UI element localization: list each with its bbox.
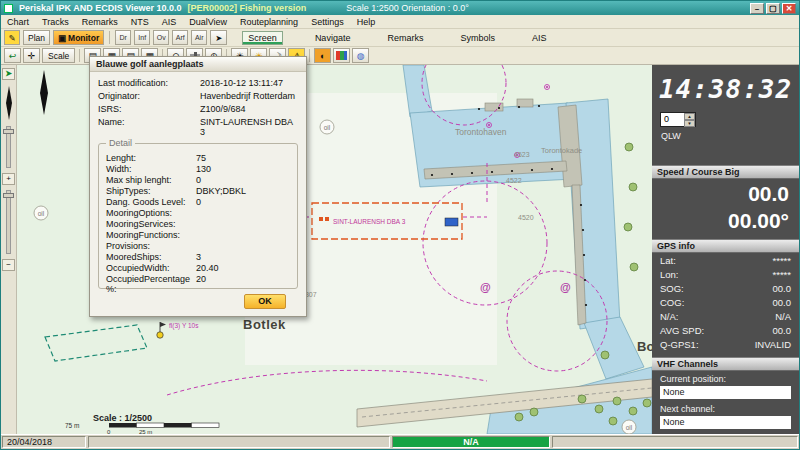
tab-navigate[interactable]: Navigate	[310, 32, 356, 44]
quay-label: Torontokade	[541, 146, 582, 155]
close-icon[interactable]: ✕	[782, 3, 796, 14]
mode-button-dr[interactable]: Dr	[115, 30, 131, 45]
menu-routeplanning[interactable]: Routeplanning	[240, 17, 298, 27]
detail-field: ShipTypes:DBKY;DBKL	[104, 185, 292, 196]
menu-dualview[interactable]: DualView	[189, 17, 227, 27]
svg-text:4523: 4523	[514, 151, 530, 158]
scale-button[interactable]: Scale	[42, 48, 75, 63]
north-arrow-icon[interactable]: ➤	[2, 68, 15, 80]
pan-icon[interactable]: ✛	[23, 48, 40, 63]
area-label-2: Bo	[637, 339, 652, 354]
berth-label: SINT-LAURENSH DBA 3	[333, 218, 406, 225]
undo-arrow-icon[interactable]: ↩	[4, 48, 21, 63]
plan-button[interactable]: Plan	[23, 30, 50, 45]
mode-button-arf[interactable]: Arf	[172, 30, 188, 45]
dialog-title[interactable]: Blauwe golf aanlegplaats	[90, 57, 306, 72]
vhf-next-field[interactable]: None	[660, 416, 791, 429]
left-tool-strip: ➤ + −	[1, 65, 17, 434]
detail-field: Provisions:	[104, 240, 292, 251]
dialog-field: Originator:Havenbedrijf Rotterdam	[90, 89, 306, 102]
menu-chart[interactable]: Chart	[7, 17, 29, 27]
pan-slider-handle[interactable]	[3, 129, 14, 134]
light-characteristic-label: fl(3) Y 10s	[169, 322, 199, 330]
gps-row: Lon:*****	[652, 267, 799, 281]
vhf-current-field[interactable]: None	[660, 386, 791, 399]
menu-tracks[interactable]: Tracks	[42, 17, 69, 27]
status-spacer	[88, 436, 390, 448]
water-level-spinner[interactable]: 0 ▲ ▼	[660, 112, 696, 127]
detail-field: MooringServices:	[104, 218, 292, 229]
tab-symbols[interactable]: Symbols	[455, 32, 500, 44]
zoom-slider-vertical[interactable]	[6, 190, 11, 254]
status-bar: 20/04/2018 N/A	[1, 434, 799, 449]
gps-row: N/A:N/A	[652, 309, 799, 323]
menu-settings[interactable]: Settings	[311, 17, 344, 27]
pointer-icon[interactable]: ➤	[210, 30, 227, 45]
area-label: Botlek	[243, 317, 286, 332]
zoom-in-strip-icon[interactable]: +	[2, 173, 15, 185]
ok-button[interactable]: OK	[244, 294, 286, 309]
detail-group-legend: Detail	[106, 138, 135, 148]
tab-screen[interactable]: Screen	[242, 31, 283, 45]
gps-row: COG:00.0	[652, 295, 799, 309]
detail-field: MooringOptions:	[104, 207, 292, 218]
toolbar-main: ✎ Plan ▣Monitor Dr Inf Ov Arf Air ➤ Scre…	[1, 29, 799, 47]
globe-icon[interactable]: ◍	[352, 48, 369, 63]
dialog-field: ISRS:Z100/9/684	[90, 102, 306, 115]
scale-text: Scale : 1/2500	[93, 413, 152, 423]
gps-row: Lat:*****	[652, 253, 799, 267]
ship-icon	[445, 218, 458, 226]
tab-ais[interactable]: AIS	[527, 32, 552, 44]
gps-row: SOG:00.0	[652, 281, 799, 295]
detail-field: OccupiedWidth:20.40	[104, 262, 292, 273]
document-name: [PER00002] Fishing version	[188, 3, 307, 13]
spinner-up-icon[interactable]: ▲	[684, 113, 695, 120]
detail-group: Detail Lenght:75 Width:130 Max ship leng…	[98, 143, 298, 289]
window-title: Periskal IPK AND ECDIS Viewer 10.0.0	[19, 3, 182, 13]
spinner-value: 0	[661, 113, 684, 126]
title-bar[interactable]: Periskal IPK AND ECDIS Viewer 10.0.0 [PE…	[1, 1, 799, 15]
minimize-icon[interactable]: –	[750, 3, 764, 14]
zoom-out-strip-icon[interactable]: −	[2, 259, 15, 271]
detail-field: MooringFunctions:	[104, 229, 292, 240]
scale-orientation-info: Scale 1:2500 Orientation : 0.0°	[346, 3, 469, 13]
mode-button-ov[interactable]: Ov	[153, 30, 169, 45]
harbor-label: Torontohaven	[455, 127, 507, 137]
monitor-button[interactable]: ▣Monitor	[53, 30, 104, 45]
zoom-slider-handle[interactable]	[3, 193, 14, 198]
qlw-label: QLW	[652, 127, 799, 141]
menu-help[interactable]: Help	[357, 17, 376, 27]
monitor-icon: ▣	[58, 33, 66, 43]
svg-text:4520: 4520	[518, 214, 534, 221]
dialog-field: Name:SINT-LAURENSH DBA 3	[90, 115, 306, 138]
detail-field: Lenght:75	[104, 152, 292, 163]
detail-field: Max ship lenght:0	[104, 174, 292, 185]
spinner-down-icon[interactable]: ▼	[684, 120, 695, 127]
detail-field: Width:130	[104, 163, 292, 174]
tab-remarks[interactable]: Remarks	[382, 32, 428, 44]
compass-needle-icon	[4, 85, 14, 121]
gps-info-header: GPS info	[652, 239, 799, 253]
rgb-palette-icon[interactable]	[333, 48, 350, 63]
info-panel: 14:38:32 0 ▲ ▼ QLW Speed / Course Big 00…	[652, 65, 799, 434]
mooring-at-icon: @	[480, 281, 491, 293]
menu-ais[interactable]: AIS	[162, 17, 177, 27]
menu-nts[interactable]: NTS	[131, 17, 149, 27]
course-value: 00.00°	[652, 206, 799, 233]
toolbar-separator	[309, 49, 310, 62]
speed-course-header: Speed / Course Big	[652, 165, 799, 179]
svg-text:oil: oil	[324, 124, 331, 131]
detail-field: Dang. Goods Level:0	[104, 196, 292, 207]
day-night-toggle-icon[interactable]: ◐	[314, 48, 331, 63]
svg-text:25 m: 25 m	[139, 429, 152, 434]
status-spacer	[552, 436, 798, 448]
maximize-icon[interactable]: ▢	[766, 3, 780, 14]
berth-info-dialog: Blauwe golf aanlegplaats Last modificati…	[89, 56, 307, 317]
scalebar-caption: 75 m	[65, 422, 79, 429]
mode-button-air[interactable]: Air	[191, 30, 207, 45]
pan-slider[interactable]	[6, 126, 11, 168]
mode-button-inf[interactable]: Inf	[134, 30, 150, 45]
menu-remarks[interactable]: Remarks	[82, 17, 118, 27]
gps-row: Q-GPS1:INVALID	[652, 337, 799, 351]
edit-icon[interactable]: ✎	[4, 30, 20, 45]
